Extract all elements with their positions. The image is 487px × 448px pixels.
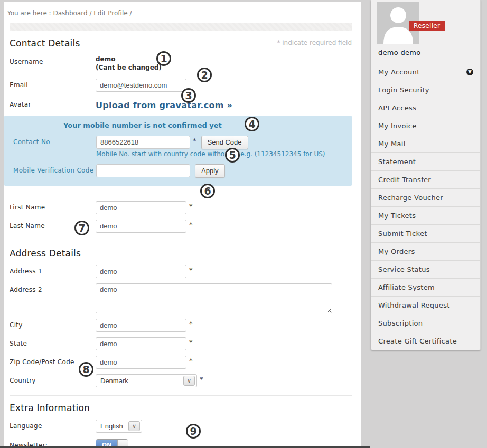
verification-code-label: Mobile Verification Code: [13, 164, 96, 174]
mobile-confirm-title: Your mobile number is not confirmed yet: [63, 121, 352, 129]
country-select-value: Denmark: [100, 377, 128, 385]
sidebar-item-my-account[interactable]: My Account ▼: [371, 63, 480, 81]
username-label: Username: [10, 55, 96, 65]
sidebar-item-api-access[interactable]: API Access: [371, 99, 480, 117]
country-select[interactable]: Denmark ∨: [96, 374, 197, 387]
breadcrumb-link-dashboard[interactable]: Dashboard: [53, 9, 87, 17]
username-note: (Cant be changed): [96, 64, 162, 71]
annotation-circle-9: 9: [186, 424, 201, 439]
state-field[interactable]: [96, 337, 186, 350]
sidebar-item-label: API Access: [378, 104, 416, 112]
sidebar-item-label: Recharge Voucher: [378, 194, 443, 202]
required-asterisk: *: [193, 137, 196, 145]
annotation-circle-4: 4: [245, 117, 259, 131]
sidebar-item-label: Affiliate System: [378, 283, 435, 291]
annotation-circle-8: 8: [79, 362, 93, 377]
sidebar-item-login-security[interactable]: Login Security: [371, 81, 480, 99]
required-asterisk: *: [189, 357, 193, 365]
sidebar-item-label: Submit Ticket: [378, 230, 427, 237]
annotation-circle-1: 1: [156, 51, 171, 66]
sidebar-item-label: Login Security: [378, 86, 429, 94]
sidebar-item-label: Service Status: [378, 265, 430, 273]
sidebar-item-subscription[interactable]: Subscription: [371, 314, 480, 332]
apply-button[interactable]: Apply: [195, 164, 225, 178]
address1-field[interactable]: [96, 265, 186, 278]
last-name-field[interactable]: [96, 220, 186, 233]
reseller-badge: Reseller: [409, 21, 445, 31]
required-asterisk: *: [189, 221, 193, 228]
required-field-note: * indicate required field: [277, 39, 352, 46]
main-panel: You are here : Dashboard / Edit Profile …: [4, 2, 361, 446]
sidebar-item-affiliate-system[interactable]: Affiliate System: [371, 278, 480, 296]
extra-information-title: Extra Information: [10, 403, 352, 413]
sidebar-item-create-gift-certificate[interactable]: Create Gift Certificate: [371, 332, 480, 350]
first-name-label: First Name: [10, 201, 96, 211]
sidebar-menu: My Account ▼ Login Security API Access M…: [371, 63, 480, 350]
email-field[interactable]: [96, 79, 186, 92]
required-asterisk: *: [189, 338, 193, 346]
sidebar-item-submit-ticket[interactable]: Submit Ticket: [371, 224, 480, 242]
required-asterisk: *: [189, 202, 193, 210]
avatar-label: Avatar: [10, 98, 96, 108]
page: You are here : Dashboard / Edit Profile …: [0, 0, 487, 448]
profile-card: Reseller demo demo: [371, 0, 480, 63]
language-label: Language: [10, 420, 96, 430]
send-code-button[interactable]: Send Code: [201, 136, 248, 149]
language-select-value: English: [100, 422, 123, 430]
language-select[interactable]: English ∨: [96, 420, 142, 433]
breadcrumb: You are here : Dashboard / Edit Profile …: [4, 2, 361, 17]
breadcrumb-prefix: You are here :: [7, 9, 51, 17]
breadcrumb-link-edit-profile[interactable]: Edit Profile: [93, 9, 127, 17]
verification-code-field[interactable]: [96, 164, 190, 177]
annotation-circle-2: 2: [197, 68, 212, 82]
sidebar-item-statement[interactable]: Statement: [371, 152, 480, 170]
mobile-hint-text: Mobile No. start with country code witho…: [96, 150, 352, 158]
sidebar-item-label: Subscription: [378, 319, 423, 327]
decorative-divider-bar: [10, 23, 352, 31]
zip-field[interactable]: [96, 356, 186, 369]
annotation-circle-5: 5: [225, 148, 240, 163]
sidebar-item-my-mail[interactable]: My Mail: [371, 135, 480, 152]
breadcrumb-separator: /: [129, 9, 132, 17]
profile-name: demo demo: [378, 49, 480, 56]
username-value: demo: [96, 55, 162, 63]
annotation-circle-6: 6: [200, 184, 215, 198]
sidebar-item-recharge-voucher[interactable]: Recharge Voucher: [371, 188, 480, 206]
required-asterisk: *: [189, 266, 193, 274]
state-label: State: [10, 337, 96, 347]
sidebar-item-label: Credit Transfer: [378, 176, 431, 184]
sidebar-item-label: Statement: [378, 158, 416, 166]
sidebar: Reseller demo demo My Account ▼ Login Se…: [371, 0, 481, 350]
gravatar-upload-link[interactable]: Upload from gravatar.com »: [96, 98, 232, 110]
required-asterisk: *: [200, 375, 203, 383]
circle-arrow-down-icon: ▼: [466, 69, 473, 75]
chevron-down-icon: ∨: [128, 421, 140, 431]
address2-field[interactable]: demo: [96, 283, 332, 313]
chevron-down-icon: ∨: [183, 376, 195, 386]
sidebar-item-label: My Invoice: [378, 122, 417, 130]
sidebar-item-my-orders[interactable]: My Orders: [371, 242, 480, 260]
sidebar-item-credit-transfer[interactable]: Credit Transfer: [371, 170, 480, 188]
sidebar-item-label: My Orders: [378, 247, 415, 255]
sidebar-item-label: Withdrawal Request: [378, 301, 450, 309]
contact-no-label: Contact No: [13, 136, 96, 146]
address-details-title: Address Details: [10, 248, 352, 259]
address1-label: Address 1: [10, 265, 96, 275]
sidebar-item-label: Create Gift Certificate: [378, 337, 457, 345]
sidebar-item-my-invoice[interactable]: My Invoice: [371, 117, 480, 135]
annotation-circle-7: 7: [74, 221, 89, 235]
breadcrumb-separator: /: [89, 9, 91, 17]
sidebar-item-service-status[interactable]: Service Status: [371, 260, 480, 278]
bottom-edge-bar: [0, 446, 370, 448]
sidebar-item-withdrawal-request[interactable]: Withdrawal Request: [371, 296, 480, 314]
contact-no-field[interactable]: [96, 136, 190, 149]
email-label: Email: [10, 79, 96, 89]
annotation-circle-3: 3: [181, 88, 196, 103]
first-name-field[interactable]: [96, 201, 186, 214]
city-field[interactable]: [96, 319, 186, 332]
sidebar-item-label: My Account: [378, 68, 420, 76]
address2-label: Address 2: [10, 283, 96, 293]
sidebar-item-label: My Mail: [378, 140, 406, 148]
mobile-confirm-box: Your mobile number is not confirmed yet …: [4, 116, 352, 186]
sidebar-item-my-tickets[interactable]: My Tickets: [371, 206, 480, 224]
